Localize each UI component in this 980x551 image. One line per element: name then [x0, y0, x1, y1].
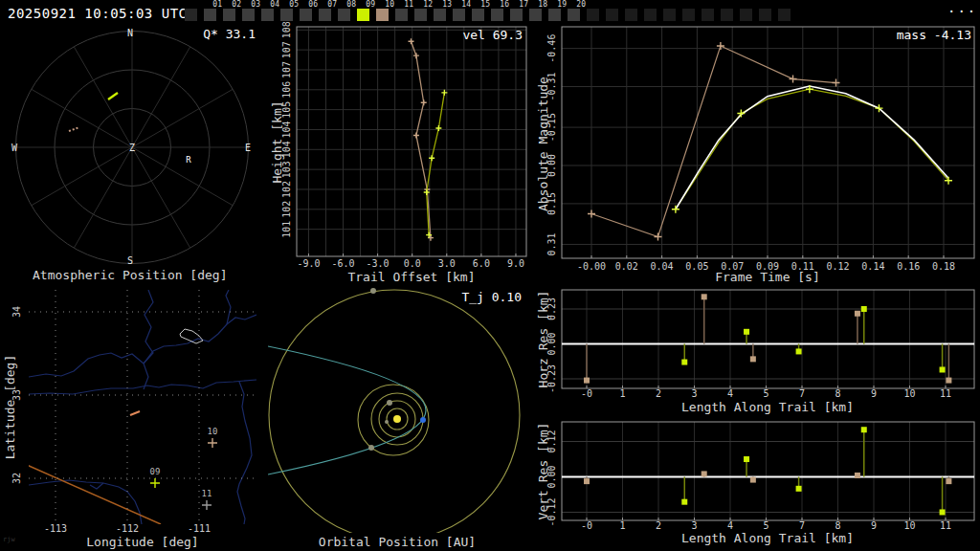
frame-square-05[interactable] [280, 9, 293, 21]
overflow-menu[interactable]: ... [947, 0, 977, 15]
frame-square-19[interactable] [548, 9, 561, 21]
trail-offset-plot: -9.0-6.0-3.00.03.06.09.01081071071061051… [281, 21, 526, 269]
orbital-title: Orbital Position [AU] [301, 535, 493, 549]
svg-text:-0: -0 [581, 388, 592, 399]
frame-square-03[interactable] [242, 9, 255, 21]
body-mercury [385, 420, 389, 424]
svg-text:10: 10 [903, 388, 915, 399]
orbital-plot [268, 288, 520, 540]
frame-label-12: 12 [419, 0, 433, 9]
body-mars [368, 445, 374, 451]
frame-square-17[interactable] [510, 9, 523, 21]
svg-text:4: 4 [727, 388, 733, 399]
frame-square-16[interactable] [491, 9, 503, 21]
vert-res-plot: -01234578910110.120.00-0.12 [546, 422, 974, 531]
svg-text:3: 3 [691, 388, 697, 399]
frame-label-03: 03 [247, 0, 260, 9]
svg-text:N: N [127, 28, 133, 38]
frame-square-02[interactable] [223, 9, 235, 21]
frame-square-07[interactable] [319, 9, 331, 21]
frame-label-17: 17 [515, 0, 528, 9]
svg-text:-0: -0 [581, 520, 592, 531]
frame-label-16: 16 [496, 0, 509, 9]
height-axis-title: Height [km] [270, 47, 284, 238]
svg-text:9: 9 [871, 388, 877, 399]
longitude-axis-title: Longitude [deg] [47, 535, 238, 549]
frame-label-08: 08 [343, 0, 356, 9]
svg-text:5: 5 [763, 520, 768, 531]
svg-text:0.14: 0.14 [861, 261, 884, 272]
svg-text:10: 10 [903, 520, 915, 531]
frame-label-06: 06 [304, 0, 318, 9]
frame-square-extra-10[interactable] [759, 9, 771, 21]
frame-square-10[interactable] [376, 9, 389, 21]
body-sun [393, 415, 401, 423]
svg-text:9: 9 [871, 520, 877, 531]
frame-square-extra-4[interactable] [644, 9, 657, 21]
frame-time-axis-title: Frame Time [s] [672, 270, 863, 284]
magnitude-plot: -0.000.020.040.050.070.090.110.120.140.1… [546, 27, 974, 272]
frame-square-04[interactable] [261, 9, 274, 21]
latitude-axis-title: Latitude [deg] [3, 312, 17, 503]
svg-text:0.18: 0.18 [932, 261, 955, 272]
horz-res-plot: -01234578910110.230.00-0.23 [546, 290, 974, 399]
svg-text:5: 5 [763, 388, 768, 399]
svg-text:0.02: 0.02 [615, 261, 638, 272]
frame-square-12[interactable] [414, 9, 427, 21]
frame-label-14: 14 [457, 0, 471, 9]
map-plot: -113-112-111343332091011 [11, 290, 256, 534]
svg-text:-3.0: -3.0 [367, 258, 390, 269]
frame-square-extra-9[interactable] [740, 9, 752, 21]
frame-label-05: 05 [285, 0, 299, 9]
svg-text:9.0: 9.0 [507, 258, 524, 269]
fireball-analysis-dashboard: { "top_bar": { "timestamp": "20250921 10… [0, 0, 980, 551]
frame-square-01[interactable] [204, 9, 216, 21]
svg-text:11: 11 [940, 520, 951, 531]
frame-square-extra-6[interactable] [682, 9, 695, 21]
frame-square-extra-1[interactable] [587, 9, 599, 21]
trail-offset-axis-title: Trail Offset [km] [316, 270, 507, 284]
svg-text:11: 11 [202, 489, 212, 498]
svg-text:0.16: 0.16 [897, 261, 920, 272]
frame-square-extra-5[interactable] [663, 9, 676, 21]
frame-square-extra-7[interactable] [702, 9, 714, 21]
frame-label-13: 13 [438, 0, 452, 9]
top-bar: 20250921 10:05:03 UTC ... 01020304050607… [0, 0, 980, 27]
svg-text:0.04: 0.04 [651, 261, 674, 272]
frame-square-09[interactable] [357, 9, 369, 21]
polar-plot: NSWEZR [11, 28, 251, 266]
svg-text:8: 8 [835, 388, 840, 399]
svg-text:-111: -111 [188, 523, 211, 534]
frame-square-20[interactable] [568, 9, 580, 21]
svg-text:3: 3 [691, 520, 697, 531]
frame-label-09: 09 [362, 0, 375, 9]
frame-square-15[interactable] [472, 9, 484, 21]
utc-timestamp: 20250921 10:05:03 UTC [8, 6, 188, 21]
frame-square-06[interactable] [300, 9, 312, 21]
frame-square-14[interactable] [453, 9, 465, 21]
frame-square-08[interactable] [338, 9, 350, 21]
body-jupiter [370, 288, 376, 294]
frame-square-blank[interactable] [185, 9, 197, 21]
magnitude-axis-title: Absolute Magnitude [536, 49, 550, 240]
svg-text:10: 10 [208, 427, 218, 436]
svg-text:7: 7 [799, 520, 805, 531]
frame-square-extra-11[interactable] [778, 9, 791, 21]
frame-square-11[interactable] [395, 9, 408, 21]
svg-text:11: 11 [940, 388, 951, 399]
polar-title: Atmospheric Position [deg] [33, 268, 224, 282]
tisserand-value: T_j 0.10 [402, 290, 522, 304]
frame-square-extra-8[interactable] [721, 9, 733, 21]
svg-text:3.0: 3.0 [438, 258, 456, 269]
svg-text:1: 1 [619, 388, 625, 399]
frame-square-extra-3[interactable] [625, 9, 637, 21]
frame-square-18[interactable] [529, 9, 542, 21]
vert-res-axis-title: Vert Res [km] [536, 376, 550, 551]
svg-text:S: S [127, 255, 133, 266]
frame-label-01: 01 [209, 0, 222, 9]
frame-square-extra-2[interactable] [606, 9, 618, 21]
svg-text:09: 09 [150, 467, 161, 476]
frame-square-13[interactable] [434, 9, 446, 21]
svg-text:2: 2 [656, 388, 661, 399]
svg-text:7: 7 [799, 388, 805, 399]
